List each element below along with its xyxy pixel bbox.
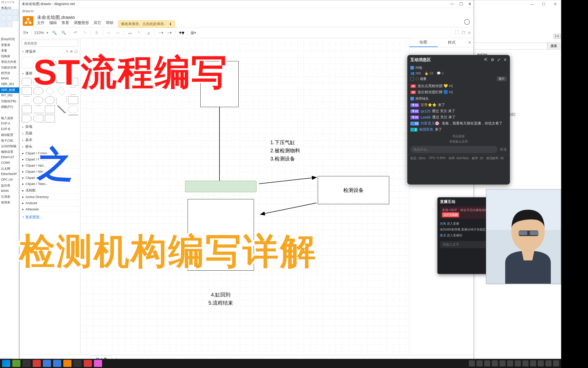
- shape-wave[interactable]: [56, 106, 66, 113]
- shape-note[interactable]: [45, 106, 55, 113]
- tree-row[interactable]: 系统元件表: [0, 59, 19, 65]
- tray-icon[interactable]: [499, 360, 506, 366]
- shape-misc[interactable]: [45, 115, 55, 122]
- taskbar-app-icon[interactable]: [53, 360, 61, 367]
- menu-file[interactable]: 文件: [37, 20, 45, 28]
- win-close-icon[interactable]: ✕: [468, 2, 471, 6]
- globe-icon[interactable]: [464, 19, 470, 25]
- checkbox-icon[interactable]: [410, 97, 414, 100]
- tree-row[interactable]: EtherCAT: [0, 155, 19, 160]
- tree-row[interactable]: 功能块(FB): [0, 99, 19, 104]
- checkbox-icon[interactable]: [410, 66, 414, 70]
- tray-icon[interactable]: [545, 360, 552, 366]
- chat-input[interactable]: 说点什么...: [410, 146, 498, 153]
- canvas-text-list1[interactable]: 1.下压气缸 2.被检测物料 3.检测设备: [270, 138, 300, 163]
- tree-row[interactable]: 程序块: [0, 71, 19, 76]
- tool-icon[interactable]: [1, 21, 6, 27]
- tool-icon[interactable]: [7, 21, 12, 27]
- tool-icon[interactable]: [13, 9, 18, 15]
- redo-icon[interactable]: ↷: [81, 29, 88, 36]
- pin-icon[interactable]: ⇱: [484, 57, 488, 62]
- tree-row[interactable]: 变量: [0, 48, 19, 54]
- shape-rounded-rect[interactable]: [22, 78, 32, 86]
- tree-row[interactable]: [0, 110, 19, 116]
- shape-trap[interactable]: [33, 106, 43, 113]
- taskbar-app-icon[interactable]: [84, 360, 92, 367]
- shape-cloud[interactable]: [45, 96, 55, 104]
- tree-row[interactable]: 电子凸轮: [0, 138, 19, 144]
- tree-row[interactable]: MAIN: [0, 76, 19, 82]
- settings-icon[interactable]: ⚙: [491, 57, 494, 62]
- pic-btn[interactable]: 图片: [497, 76, 507, 81]
- category-misc[interactable]: ▸杂项: [20, 123, 80, 130]
- tree-row[interactable]: 监控表: [0, 183, 19, 189]
- back-max[interactable]: ☐: [538, 0, 549, 8]
- tray-icon[interactable]: [476, 360, 483, 366]
- panel-close-icon[interactable]: ✕: [466, 38, 473, 47]
- tree-row[interactable]: OPC UA: [0, 177, 19, 183]
- tree-row[interactable]: 功能块实例: [0, 65, 19, 71]
- chat-send-button[interactable]: 发送: [500, 147, 507, 152]
- shape-half1[interactable]: [22, 115, 32, 122]
- taskbar-app-icon[interactable]: [94, 360, 102, 367]
- waypoint-icon[interactable]: ⌐▾: [166, 29, 173, 36]
- menu-arrange[interactable]: 调整图形: [74, 20, 89, 28]
- expand-icon[interactable]: ⤢: [497, 57, 500, 62]
- tool-icon[interactable]: [13, 15, 18, 21]
- taskbar-app-icon[interactable]: [63, 360, 71, 367]
- delete-icon[interactable]: 🗑: [93, 29, 100, 36]
- tray-icon[interactable]: [507, 360, 513, 366]
- tree-row-selected[interactable]: SBR_检测: [0, 87, 19, 93]
- shape-cylinder[interactable]: [33, 96, 43, 104]
- shadow-icon[interactable]: ◢: [145, 29, 152, 36]
- filename-label[interactable]: 未命名绘图.drawio: [37, 14, 175, 20]
- tree-row[interactable]: 运动控制轴: [0, 144, 19, 149]
- shape-half2[interactable]: [33, 115, 43, 122]
- front-icon[interactable]: ▭: [105, 29, 112, 36]
- line-icon[interactable]: ✎: [136, 29, 142, 36]
- tree-row[interactable]: EXP-A: [0, 121, 19, 127]
- fullscreen-icon[interactable]: ⛶: [455, 30, 459, 35]
- fill-icon[interactable]: ▬: [127, 29, 133, 36]
- tool-icon[interactable]: [7, 15, 12, 21]
- tree-row[interactable]: COM0: [0, 160, 19, 166]
- tree-row[interactable]: EXP-B: [0, 127, 19, 132]
- win-max-icon[interactable]: ☐: [459, 2, 463, 6]
- tray-icon[interactable]: [538, 360, 544, 366]
- tab-style[interactable]: 样式: [438, 38, 466, 47]
- zoom-in-icon[interactable]: 🔍: [51, 29, 58, 36]
- tree-row[interactable]: INT_001: [0, 93, 19, 99]
- tree-row[interactable]: 以太网: [0, 166, 19, 172]
- win-min-icon[interactable]: —: [450, 2, 454, 6]
- menu-extras[interactable]: 其它: [94, 20, 101, 28]
- cat-android[interactable]: ▸Android: [20, 200, 80, 206]
- menu-edit[interactable]: 编辑: [49, 20, 57, 28]
- tree-row[interactable]: [Easy523]: [0, 37, 19, 42]
- shape-doc[interactable]: [56, 96, 66, 104]
- chat-link[interactable]: 商品链接: [407, 134, 510, 139]
- canvas-text-list2[interactable]: 4.缸回到 5.流程结束: [188, 291, 254, 307]
- menu-view[interactable]: 查看: [62, 20, 69, 28]
- shape-step[interactable]: [22, 106, 32, 113]
- shape-hline[interactable]: [68, 115, 78, 122]
- diagram-green-box[interactable]: [185, 181, 256, 192]
- tab-diagram[interactable]: 绘图: [409, 38, 438, 47]
- taskbar-start-icon[interactable]: [2, 360, 10, 367]
- tree-row[interactable]: 轴组设置: [0, 149, 19, 155]
- tray-icon[interactable]: [492, 360, 498, 366]
- shape-card[interactable]: [68, 96, 78, 104]
- more-shapes-link[interactable]: + 更多图形...: [20, 212, 80, 222]
- category-advanced[interactable]: ▸高级: [20, 130, 80, 137]
- chat-close-icon[interactable]: ✕: [504, 57, 507, 62]
- insert-icon[interactable]: +▾: [178, 29, 185, 36]
- table-icon[interactable]: ▦▾: [190, 29, 197, 36]
- back-search-button[interactable]: 搜索: [547, 42, 560, 50]
- menu-help[interactable]: 帮助: [106, 20, 114, 28]
- tree-row[interactable]: 结构体: [0, 54, 19, 59]
- tree-row[interactable]: 使用表: [0, 200, 19, 205]
- back-close[interactable]: ✕: [549, 0, 561, 8]
- taskbar-app-icon[interactable]: [74, 360, 82, 367]
- undo-icon[interactable]: ↶: [72, 29, 79, 36]
- sidebar-toggle-icon[interactable]: ☰▾: [22, 29, 29, 36]
- back-tab[interactable]: I ×: [554, 34, 561, 39]
